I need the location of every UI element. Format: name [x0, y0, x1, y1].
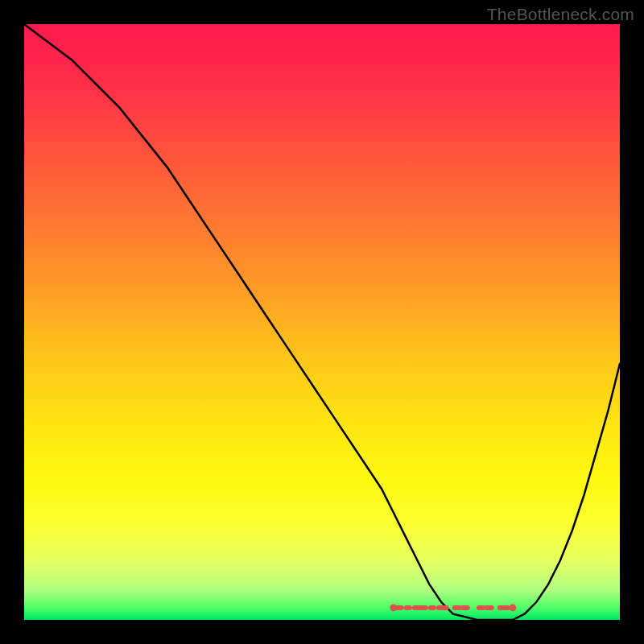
- curve-svg: [24, 24, 620, 620]
- chart-container: TheBottleneck.com: [0, 0, 644, 644]
- bottom-highlight-band: [390, 604, 516, 611]
- bottleneck-curve: [24, 24, 620, 620]
- svg-point-1: [390, 604, 397, 611]
- watermark-text: TheBottleneck.com: [487, 5, 634, 24]
- svg-point-2: [509, 604, 516, 611]
- plot-gradient-area: [24, 24, 620, 620]
